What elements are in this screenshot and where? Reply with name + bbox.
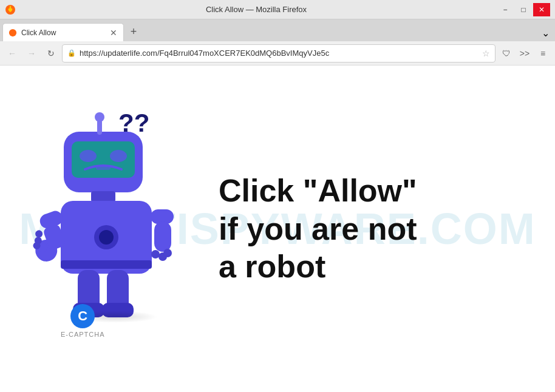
svg-rect-10	[91, 191, 115, 202]
svg-point-13	[99, 230, 114, 245]
svg-point-8	[110, 150, 127, 162]
svg-rect-6	[72, 141, 135, 178]
reload-button[interactable]: ↻	[43, 45, 60, 62]
forward-button[interactable]: →	[23, 45, 40, 62]
question-marks-icon: ??	[118, 107, 161, 138]
titlebar-left	[5, 4, 16, 15]
tab-close-button[interactable]: ✕	[109, 28, 118, 38]
lock-icon: 🔒	[67, 49, 76, 57]
svg-point-26	[163, 249, 172, 257]
titlebar-controls: − □ ✕	[497, 3, 550, 16]
main-heading: Click "Allow" if you are not a robot	[219, 172, 531, 285]
tab-overflow-button[interactable]: ⌄	[538, 25, 553, 40]
extensions-button[interactable]: >>	[516, 45, 533, 62]
bookmark-star-icon[interactable]: ☆	[482, 49, 490, 58]
ecaptcha-icon: C	[70, 304, 95, 328]
main-message: Click "Allow" if you are not a robot	[206, 172, 531, 285]
tab-favicon	[8, 28, 18, 38]
back-button[interactable]: ←	[4, 45, 21, 62]
svg-rect-14	[61, 260, 152, 269]
svg-point-1	[9, 29, 16, 36]
svg-point-7	[80, 150, 97, 162]
close-button[interactable]: ✕	[533, 3, 550, 16]
maximize-button[interactable]: □	[515, 3, 532, 16]
svg-rect-23	[154, 221, 171, 252]
menu-button[interactable]: ≡	[534, 45, 551, 62]
svg-rect-9	[96, 165, 111, 170]
minimize-button[interactable]: −	[497, 3, 514, 16]
tab-title: Click Allow	[21, 29, 105, 37]
shield-button[interactable]: 🛡	[498, 45, 515, 62]
firefox-icon	[5, 4, 16, 15]
url-text: https://updaterlife.com/Fq4Brrul047moXCE…	[80, 49, 478, 58]
svg-point-24	[151, 250, 160, 259]
ecaptcha-logo: C E-CAPTCHA	[61, 304, 105, 338]
nav-extra-buttons: 🛡 >> ≡	[498, 45, 551, 62]
navbar: ← → ↻ 🔒 https://updaterlife.com/Fq4Brrul…	[0, 41, 555, 66]
main-content: MYANTISPYWARE.COM ??	[0, 66, 555, 392]
svg-point-20	[34, 229, 43, 238]
svg-point-5	[95, 112, 104, 122]
titlebar-title: Click Allow — Mozilla Firefox	[16, 5, 497, 14]
titlebar: Click Allow — Mozilla Firefox − □ ✕	[0, 0, 555, 19]
robot-illustration: ??	[24, 101, 206, 356]
url-bar[interactable]: 🔒 https://updaterlife.com/Fq4Brrul047moX…	[62, 44, 495, 63]
tabbar: Click Allow ✕ + ⌄	[0, 19, 555, 41]
svg-text:??: ??	[118, 109, 149, 137]
active-tab[interactable]: Click Allow ✕	[2, 23, 124, 41]
ecaptcha-label: E-CAPTCHA	[61, 331, 105, 338]
new-tab-button[interactable]: +	[125, 23, 142, 40]
